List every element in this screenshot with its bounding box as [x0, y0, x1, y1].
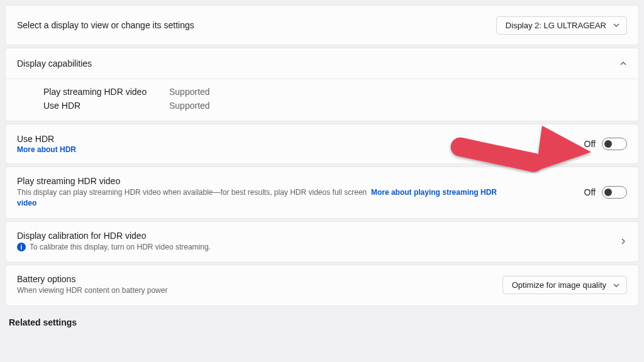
info-icon: i [17, 243, 26, 251]
calibration-title: Display calibration for HDR video [17, 231, 211, 241]
cap-row-0-label: Play streaming HDR video [43, 87, 169, 97]
battery-desc: When viewing HDR content on battery powe… [17, 285, 167, 296]
play-streaming-desc: This display can play streaming HDR vide… [17, 187, 508, 209]
play-streaming-toggle-state: Off [584, 187, 596, 197]
capabilities-header[interactable]: Display capabilities [6, 48, 638, 79]
cap-row-1-label: Use HDR [43, 101, 169, 111]
cap-row-0-value: Supported [169, 87, 627, 97]
chevron-down-icon [613, 21, 620, 29]
calibration-row[interactable]: Display calibration for HDR video i To c… [6, 222, 638, 261]
display-select-prompt: Select a display to view or change its s… [17, 20, 194, 30]
chevron-right-icon [619, 238, 627, 245]
use-hdr-toggle-state: Off [584, 139, 596, 149]
capabilities-grid: Play streaming HDR video Supported Use H… [6, 79, 638, 121]
related-settings-heading: Related settings [5, 309, 639, 327]
use-hdr-toggle[interactable] [602, 138, 627, 150]
play-streaming-desc-text: This display can play streaming HDR vide… [17, 188, 367, 197]
more-about-hdr-link[interactable]: More about HDR [17, 145, 76, 154]
capabilities-heading: Display capabilities [17, 58, 92, 69]
battery-options-value: Optimize for image quality [512, 280, 606, 290]
chevron-down-icon [613, 282, 620, 289]
display-select-value: Display 2: LG ULTRAGEAR [506, 21, 606, 30]
calibration-info: To calibrate this display, turn on HDR v… [30, 242, 211, 253]
battery-options-dropdown[interactable]: Optimize for image quality [502, 276, 627, 294]
cap-row-1-value: Supported [169, 101, 627, 111]
play-streaming-title: Play streaming HDR video [17, 176, 508, 186]
battery-title: Battery options [17, 274, 167, 284]
display-select-dropdown[interactable]: Display 2: LG ULTRAGEAR [496, 16, 627, 35]
chevron-up-icon [619, 60, 627, 67]
use-hdr-title: Use HDR [17, 134, 76, 144]
play-streaming-toggle[interactable] [602, 186, 627, 199]
